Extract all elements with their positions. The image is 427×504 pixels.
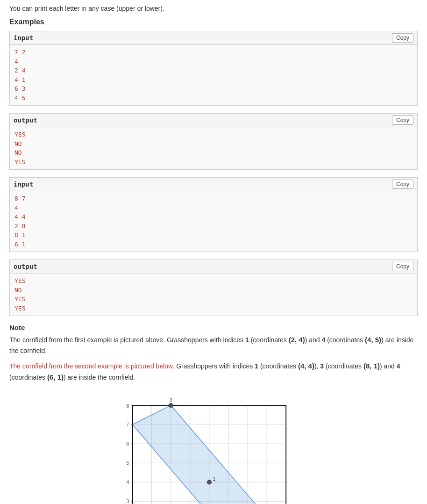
example-1-input-copy-button[interactable]: Copy [392, 33, 413, 43]
example-2-input-header: input Copy [10, 178, 417, 191]
point-2-label: 2 [170, 397, 172, 403]
example-2-output-header: output Copy [10, 260, 417, 274]
example-1-input-content: 7 2 4 2 4 4 1 6 3 4 5 [10, 45, 417, 105]
y-label-7: 7 [126, 422, 129, 427]
example-1-output-copy-button[interactable]: Copy [392, 115, 413, 125]
examples-heading: Examples [9, 18, 418, 26]
example-1-output-header: output Copy [10, 114, 417, 127]
y-label-3: 3 [126, 498, 129, 504]
note-paragraph-1: The cornfield from the first example is … [9, 334, 418, 356]
example-2-input-label: input [14, 180, 33, 188]
note-section: Note The cornfield from the first exampl… [9, 324, 418, 383]
example-2-input-content: 8 7 4 4 4 2 8 8 1 6 1 [10, 191, 417, 252]
example-2-output-label: output [14, 263, 37, 270]
intro-text: You can print each letter in any case (u… [9, 5, 418, 12]
example-2-input-block: input Copy 8 7 4 4 4 2 8 8 1 6 1 [9, 177, 418, 252]
example-1-input-label: input [14, 34, 33, 42]
point-1 [207, 480, 211, 484]
y-label-8: 8 [126, 403, 129, 409]
note-heading: Note [9, 324, 418, 331]
example-2-output-copy-button[interactable]: Copy [392, 262, 413, 271]
example-1-output-block: output Copy YES NO NO YES [9, 113, 418, 170]
y-label-4: 4 [126, 479, 129, 485]
example-2-input-copy-button[interactable]: Copy [392, 180, 413, 189]
example-1-output-content: YES NO NO YES [10, 127, 417, 169]
y-label-6: 6 [126, 441, 129, 446]
point-1-label: 1 [213, 476, 215, 482]
note-paragraph-2: The cornfield from the second example is… [9, 360, 418, 383]
point-2 [169, 403, 173, 408]
example-2-output-block: output Copy YES NO YES YES [9, 259, 418, 316]
chart-container: 0 1 2 3 4 5 6 7 8 0 1 2 3 4 5 6 7 8 [9, 390, 418, 504]
example-1-output-label: output [14, 116, 37, 124]
example-1-input-header: input Copy [10, 31, 417, 45]
y-label-5: 5 [126, 460, 129, 466]
example-2-output-content: YES NO YES YES [10, 274, 417, 316]
cornfield-chart: 0 1 2 3 4 5 6 7 8 0 1 2 3 4 5 6 7 8 [115, 390, 312, 504]
example-1-input-block: input Copy 7 2 4 2 4 4 1 6 3 4 5 [9, 31, 418, 106]
